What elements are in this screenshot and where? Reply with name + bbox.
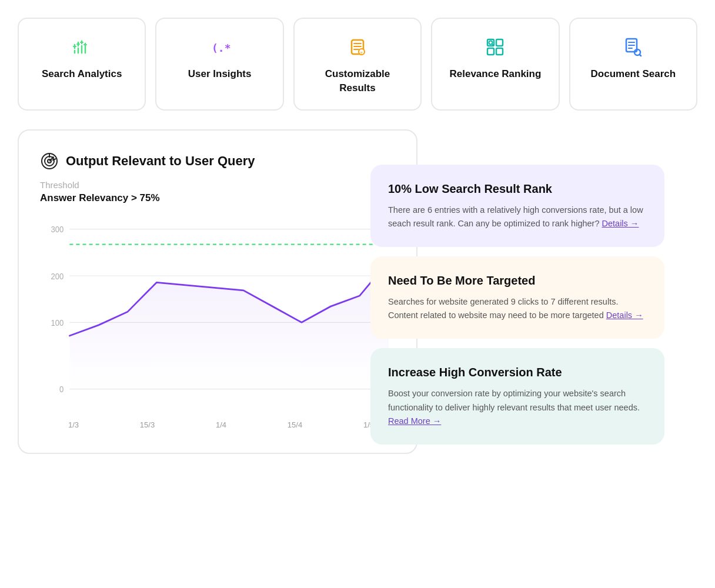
feature-card-user-insights[interactable]: (.*) User Insights [155,18,283,111]
feature-cards-row: Search Analytics (.*) User Insights ≡ Cu… [18,18,697,111]
insight-card-more-targeted: Need To Be More Targeted Searches for we… [370,256,664,339]
insight-title-low-search-rank: 10% Low Search Result Rank [388,181,647,196]
svg-text:0: 0 [59,384,64,394]
search-analytics-icon [70,35,93,59]
chart-title: Output Relevant to User Query [66,153,255,169]
insight-body-low-search-rank: There are 6 entries with a relatively hi… [388,203,647,230]
feature-label-user-insights: User Insights [188,67,252,81]
chart-area: 300 200 100 0 [40,216,395,416]
svg-marker-46 [69,261,389,389]
feature-card-search-analytics[interactable]: Search Analytics [18,18,146,111]
insight-body-high-conversion: Boost your conversion rate by optimizing… [388,387,647,428]
svg-line-23 [492,44,494,46]
chart-header: Output Relevant to User Query [40,152,395,171]
svg-text:≡: ≡ [360,51,363,55]
insight-link-low-search-rank[interactable]: Details → [602,219,639,228]
svg-text:100: 100 [51,318,64,328]
insight-title-high-conversion: Increase High Conversion Rate [388,365,647,380]
chart-panel: Output Relevant to User Query Threshold … [18,129,417,454]
svg-text:(.*): (.*) [212,42,230,54]
chart-threshold-label: Threshold [40,180,395,190]
svg-point-36 [52,156,54,159]
feature-card-customizable-results[interactable]: ≡ Customizable Results [293,18,422,111]
customizable-results-icon: ≡ [346,35,369,59]
feature-label-search-analytics: Search Analytics [42,67,122,81]
chart-threshold-value: Answer Relevancy > 75% [40,192,395,204]
svg-rect-21 [496,48,503,55]
svg-rect-20 [487,48,494,55]
insight-title-more-targeted: Need To Be More Targeted [388,273,647,288]
user-insights-icon: (.*) [208,35,232,59]
feature-label-relevance-ranking: Relevance Ranking [449,67,541,81]
radar-icon [40,152,59,171]
insight-card-low-search-rank: 10% Low Search Result Rank There are 6 e… [370,165,664,247]
chart-x-labels: 1/3 15/3 1/4 15/4 1/5 [40,420,395,429]
x-label-1: 15/3 [140,420,155,429]
chart-svg: 300 200 100 0 [40,216,395,416]
x-label-0: 1/3 [68,420,79,429]
x-label-2: 1/4 [216,420,226,429]
insight-body-more-targeted: Searches for website generated 9 clicks … [388,295,647,322]
feature-label-document-search: Document Search [591,67,676,81]
feature-label-customizable-results: Customizable Results [306,67,409,95]
insights-column: 10% Low Search Result Rank There are 6 e… [370,165,664,454]
svg-text:300: 300 [51,224,64,234]
main-content: Output Relevant to User Query Threshold … [18,129,697,454]
insight-link-high-conversion[interactable]: Read More → [388,416,441,426]
feature-card-document-search[interactable]: Document Search [569,18,697,111]
svg-text:200: 200 [51,271,64,281]
relevance-ranking-icon [483,35,507,59]
insight-link-more-targeted[interactable]: Details → [606,310,643,320]
svg-line-34 [52,159,56,161]
document-search-icon [622,35,645,59]
svg-line-29 [639,55,641,56]
feature-card-relevance-ranking[interactable]: Relevance Ranking [431,18,559,111]
x-label-3: 15/4 [288,420,302,429]
svg-rect-19 [496,39,503,46]
insight-card-high-conversion: Increase High Conversion Rate Boost your… [370,348,664,445]
